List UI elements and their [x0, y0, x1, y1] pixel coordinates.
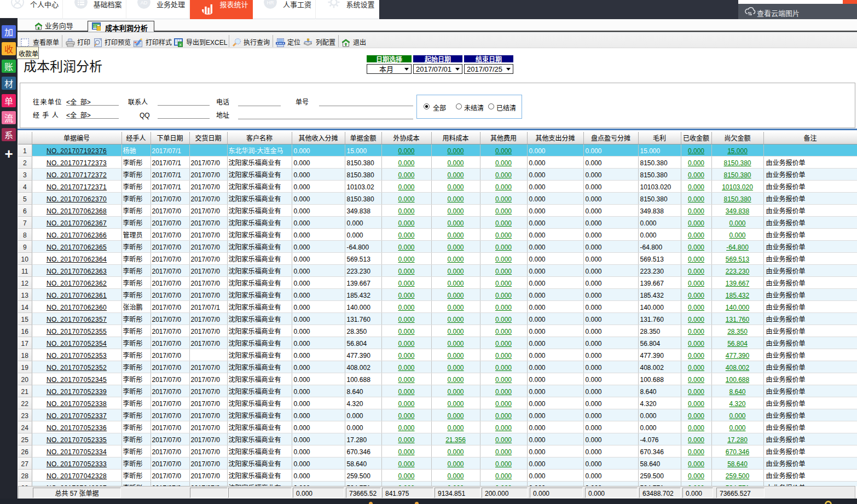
- svg-text:AD: AD: [141, 0, 148, 5]
- svg-text:HR: HR: [267, 0, 274, 5]
- svg-text:x: x: [179, 42, 182, 47]
